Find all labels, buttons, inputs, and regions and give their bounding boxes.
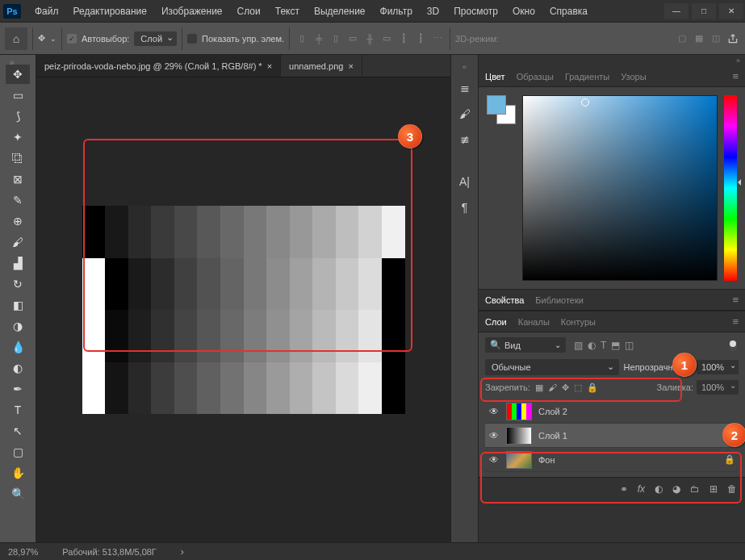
fx-icon[interactable]: fx <box>638 483 645 495</box>
layer-item[interactable]: 👁 Слой 1 <box>485 424 739 448</box>
gradient-tool[interactable]: ◑ <box>6 316 30 336</box>
collapse-icon[interactable]: » <box>10 58 26 63</box>
tab-gradients[interactable]: Градиенты <box>565 72 609 81</box>
tab-paths[interactable]: Контуры <box>561 317 596 327</box>
crop-tool[interactable]: ⿻ <box>6 148 30 168</box>
menu-filter[interactable]: Фильтр <box>373 6 420 17</box>
visibility-icon[interactable]: 👁 <box>488 430 500 441</box>
fill-input[interactable]: 100% <box>697 380 739 395</box>
menu-select[interactable]: Выделение <box>307 6 373 17</box>
healing-tool[interactable]: ⊕ <box>6 211 30 231</box>
viewport[interactable]: 3 <box>36 77 450 542</box>
filter-toggle[interactable] <box>729 340 737 351</box>
share-icon[interactable] <box>726 31 740 46</box>
menu-image[interactable]: Изображение <box>154 6 230 17</box>
group-icon[interactable]: 🗀 <box>690 483 700 495</box>
menu-window[interactable]: Окно <box>505 6 542 17</box>
move-tool[interactable]: ✥ <box>6 65 30 84</box>
menu-layers[interactable]: Слои <box>230 6 268 17</box>
tab-layers[interactable]: Слои <box>485 317 507 327</box>
visibility-icon[interactable]: 👁 <box>488 454 500 466</box>
marquee-tool[interactable]: ▭ <box>6 86 30 105</box>
mask-icon[interactable]: ◐ <box>655 483 663 495</box>
layer-filter-select[interactable]: 🔍 Вид <box>485 337 566 353</box>
more-align-icon[interactable]: ⋯ <box>430 31 445 46</box>
tab-libraries[interactable]: Библиотеки <box>535 295 584 305</box>
doc-info[interactable]: Рабочий: 513,8М/5,08Г <box>62 547 157 557</box>
close-icon[interactable]: × <box>348 61 353 71</box>
menu-edit[interactable]: Редактирование <box>66 6 154 17</box>
eraser-tool[interactable]: ◧ <box>6 295 30 315</box>
adjustment-icon[interactable]: ◕ <box>672 483 680 495</box>
shape-tool[interactable]: ▢ <box>6 442 30 462</box>
magic-wand-tool[interactable]: ✦ <box>6 127 30 147</box>
color-field[interactable] <box>522 95 718 281</box>
menu-file[interactable]: Файл <box>27 6 66 17</box>
adjustments-icon[interactable]: ≢ <box>456 131 474 148</box>
panel-menu-icon[interactable]: ≡ <box>732 70 739 82</box>
zoom-level[interactable]: 28,97% <box>8 547 38 557</box>
delete-icon[interactable]: 🗑 <box>727 483 737 495</box>
filter-shape-icon[interactable]: ⬒ <box>611 340 620 351</box>
dodge-tool[interactable]: ◐ <box>6 358 30 378</box>
document-tab-2[interactable]: unnamed.png × <box>281 55 362 77</box>
opt-icon-3[interactable]: ◫ <box>709 31 723 46</box>
layer-thumbnail[interactable] <box>506 427 532 445</box>
menu-3d[interactable]: 3D <box>420 6 446 17</box>
link-layers-icon[interactable]: ⚭ <box>620 483 628 495</box>
visibility-icon[interactable]: 👁 <box>488 406 500 417</box>
align-left-icon[interactable]: ▯ <box>295 31 309 46</box>
layer-name[interactable]: Фон <box>538 455 555 465</box>
lock-position-icon[interactable]: ✥ <box>562 382 569 393</box>
stamp-tool[interactable]: ▟ <box>6 253 30 273</box>
align-right-icon[interactable]: ▯ <box>329 31 343 46</box>
tab-color[interactable]: Цвет <box>485 72 505 81</box>
layer-item[interactable]: 👁 Слой 2 <box>485 399 739 424</box>
filter-pixel-icon[interactable]: ▧ <box>574 340 583 351</box>
align-bottom-icon[interactable]: ▭ <box>379 31 394 46</box>
home-button[interactable]: ⌂ <box>5 27 27 50</box>
lock-transparent-icon[interactable]: ▦ <box>535 382 543 393</box>
panel-menu-icon[interactable]: ≡ <box>732 316 739 328</box>
path-tool[interactable]: ↖ <box>6 421 30 441</box>
filter-type-icon[interactable]: T <box>601 340 606 351</box>
color-cursor[interactable] <box>581 98 589 107</box>
filter-adjust-icon[interactable]: ◐ <box>588 340 596 351</box>
menu-help[interactable]: Справка <box>542 6 595 17</box>
align-center-v-icon[interactable]: ╫ <box>362 31 377 46</box>
tab-swatches[interactable]: Образцы <box>517 72 554 81</box>
distribute-v-icon[interactable]: ┇ <box>413 31 428 46</box>
autoselect-checkbox[interactable]: ✓ <box>67 34 77 44</box>
autoselect-dropdown[interactable]: Слой <box>134 31 177 46</box>
history-brush-tool[interactable]: ↻ <box>6 274 30 294</box>
character-icon[interactable]: A| <box>456 173 474 190</box>
distribute-h-icon[interactable]: ┇ <box>396 31 411 46</box>
show-controls-checkbox[interactable] <box>187 34 197 44</box>
layer-thumbnail[interactable] <box>506 403 532 420</box>
blur-tool[interactable]: 💧 <box>6 337 30 357</box>
filter-smart-icon[interactable]: ◫ <box>625 340 634 351</box>
type-tool[interactable]: T <box>6 400 30 420</box>
lasso-tool[interactable]: ⟆ <box>6 107 30 126</box>
document-tab-1[interactable]: peiz-priroda-voda-nebo.jpg @ 29% (Слой 1… <box>36 55 281 77</box>
status-caret[interactable]: › <box>181 546 184 558</box>
layer-item[interactable]: 👁 Фон 🔒 <box>485 448 739 472</box>
menu-text[interactable]: Текст <box>268 6 307 17</box>
brush-tool[interactable]: 🖌 <box>6 232 30 252</box>
layer-name[interactable]: Слой 1 <box>538 431 567 441</box>
opacity-input[interactable]: 100% <box>697 360 739 374</box>
history-icon[interactable]: ≣ <box>456 79 474 97</box>
minimize-button[interactable]: — <box>664 3 688 19</box>
collapse-dock-icon[interactable]: « <box>462 63 467 71</box>
opt-icon-2[interactable]: ▦ <box>692 31 706 46</box>
close-button[interactable]: ✕ <box>719 3 743 19</box>
lock-all-icon[interactable]: 🔒 <box>587 382 598 393</box>
layer-name[interactable]: Слой 2 <box>538 407 567 416</box>
collapse-panels-icon[interactable]: » <box>479 55 745 66</box>
maximize-button[interactable]: □ <box>692 3 716 19</box>
new-layer-icon[interactable]: ⊞ <box>709 483 718 495</box>
opt-icon-1[interactable]: ▢ <box>675 31 689 46</box>
hue-slider[interactable] <box>724 95 737 281</box>
move-dropdown-icon[interactable]: ⌄ <box>50 35 57 43</box>
tab-properties[interactable]: Свойства <box>485 295 524 305</box>
